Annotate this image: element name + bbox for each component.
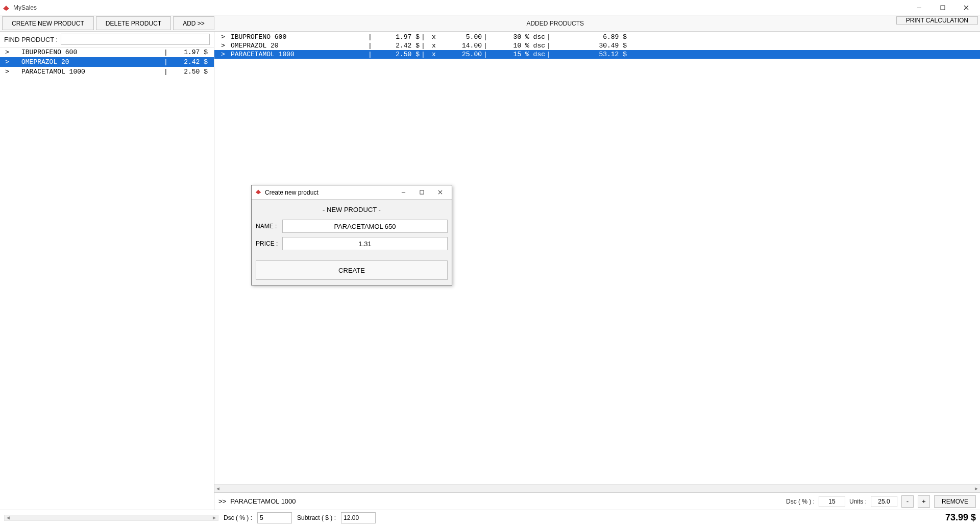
dialog-name-input[interactable]	[282, 220, 448, 233]
add-product-button[interactable]: ADD >>	[173, 16, 214, 30]
detail-units-input[interactable]	[871, 496, 897, 507]
svg-rect-3	[420, 190, 423, 194]
added-total: 6.89 $	[552, 33, 629, 41]
left-horizontal-scrollbar[interactable]: ◄►	[4, 515, 218, 521]
svg-rect-0	[917, 8, 921, 8]
footer-totals-row: ◄► Dsc ( % ) : Subtract ( $ ) : 73.99 $	[0, 510, 980, 525]
dialog-price-input[interactable]	[282, 237, 448, 250]
dialog-create-button[interactable]: CREATE	[256, 260, 448, 280]
window-close-button[interactable]	[954, 0, 978, 15]
added-discount: 15 % dsc	[489, 51, 545, 58]
dialog-close-button[interactable]	[431, 187, 449, 198]
create-product-dialog: Create new product - NEW PRODUCT - NAME …	[251, 185, 452, 285]
horizontal-scrollbar[interactable]: ◄►	[214, 484, 980, 492]
dialog-title: Create new product	[265, 189, 318, 196]
units-decrement-button[interactable]: -	[901, 495, 914, 508]
added-name: OMEPRAZOL 20	[229, 42, 366, 50]
added-discount: 10 % dsc	[489, 42, 545, 50]
app-icon	[2, 4, 10, 12]
window-titlebar: MySales	[0, 0, 980, 15]
dialog-icon	[255, 188, 262, 197]
dialog-minimize-button[interactable]	[395, 187, 412, 198]
window-title: MySales	[13, 4, 37, 11]
footer-subtract-label: Subtract ( $ ) :	[297, 514, 336, 521]
chevron-right-icon: >	[217, 33, 229, 41]
added-total: 53.12 $	[552, 51, 629, 58]
dialog-maximize-button[interactable]	[413, 187, 430, 198]
chevron-right-icon: >	[217, 51, 229, 58]
product-price: 1.97 $	[170, 49, 211, 56]
product-row[interactable]: >PARACETAMOL 1000|2.50 $	[0, 67, 214, 77]
product-catalog-panel: FIND PRODUCT : >IBUPROFENO 600|1.97 $>OM…	[0, 32, 214, 510]
units-increment-button[interactable]: +	[918, 495, 930, 508]
multiply-icon: x	[427, 33, 441, 41]
grand-total: 73.99 $	[945, 512, 976, 523]
added-total: 30.49 $	[552, 42, 629, 50]
dialog-header: - NEW PRODUCT -	[256, 205, 448, 220]
chevron-right-icon: >	[3, 49, 16, 56]
added-name: IBUPROFENO 600	[229, 33, 366, 41]
added-products-heading: ADDED PRODUCTS	[216, 15, 894, 31]
chevron-right-icon: >	[3, 68, 16, 76]
footer-subtract-input[interactable]	[341, 512, 376, 523]
detail-product-name: PARACETAMOL 1000	[230, 497, 782, 505]
product-price: 2.42 $	[170, 58, 211, 66]
added-name: PARACETAMOL 1000	[229, 51, 366, 58]
detail-dsc-input[interactable]	[819, 496, 845, 507]
detail-units-label: Units :	[849, 498, 867, 505]
added-price: 1.97 $	[374, 33, 420, 41]
detail-dsc-label: Dsc ( % ) :	[786, 498, 815, 505]
dialog-name-label: NAME :	[256, 223, 282, 230]
product-name: IBUPROFENO 600	[16, 49, 162, 56]
dialog-price-label: PRICE :	[256, 240, 282, 247]
detail-marker: >>	[218, 497, 226, 505]
product-row[interactable]: >OMEPRAZOL 20|2.42 $	[0, 57, 214, 67]
added-product-row[interactable]: >PARACETAMOL 1000|2.50 $|x25.00|15 % dsc…	[214, 50, 980, 59]
product-name: PARACETAMOL 1000	[16, 68, 162, 76]
added-qty: 25.00	[441, 51, 482, 58]
chevron-right-icon: >	[217, 42, 229, 50]
footer-dsc-label: Dsc ( % ) :	[224, 514, 252, 521]
find-product-label: FIND PRODUCT :	[4, 36, 58, 43]
find-product-input[interactable]	[61, 34, 210, 45]
added-discount: 30 % dsc	[489, 33, 545, 41]
chevron-right-icon: >	[3, 58, 16, 66]
added-product-row[interactable]: >IBUPROFENO 600|1.97 $|x5.00|30 % dsc|6.…	[214, 33, 980, 41]
svg-rect-2	[401, 193, 405, 193]
added-price: 2.42 $	[374, 42, 420, 50]
create-product-button[interactable]: CREATE NEW PRODUCT	[2, 16, 94, 30]
added-price: 2.50 $	[374, 51, 420, 58]
footer-dsc-input[interactable]	[257, 512, 292, 523]
main-toolbar: CREATE NEW PRODUCT DELETE PRODUCT ADD >>…	[0, 15, 980, 32]
svg-rect-1	[941, 6, 945, 10]
selected-item-detail: >> PARACETAMOL 1000 Dsc ( % ) : Units : …	[214, 492, 980, 510]
product-row[interactable]: >IBUPROFENO 600|1.97 $	[0, 47, 214, 57]
window-minimize-button[interactable]	[908, 0, 931, 15]
window-maximize-button[interactable]	[931, 0, 954, 15]
added-product-row[interactable]: >OMEPRAZOL 20|2.42 $|x14.00|10 % dsc|30.…	[214, 41, 980, 50]
print-calculation-button[interactable]: PRINT CALCULATION	[896, 16, 978, 25]
multiply-icon: x	[427, 42, 441, 50]
delete-product-button[interactable]: DELETE PRODUCT	[96, 16, 171, 30]
added-qty: 5.00	[441, 33, 482, 41]
remove-item-button[interactable]: REMOVE	[934, 495, 976, 508]
added-qty: 14.00	[441, 42, 482, 50]
product-list[interactable]: >IBUPROFENO 600|1.97 $>OMEPRAZOL 20|2.42…	[0, 47, 214, 510]
multiply-icon: x	[427, 51, 441, 58]
product-name: OMEPRAZOL 20	[16, 58, 162, 66]
product-price: 2.50 $	[170, 68, 211, 76]
